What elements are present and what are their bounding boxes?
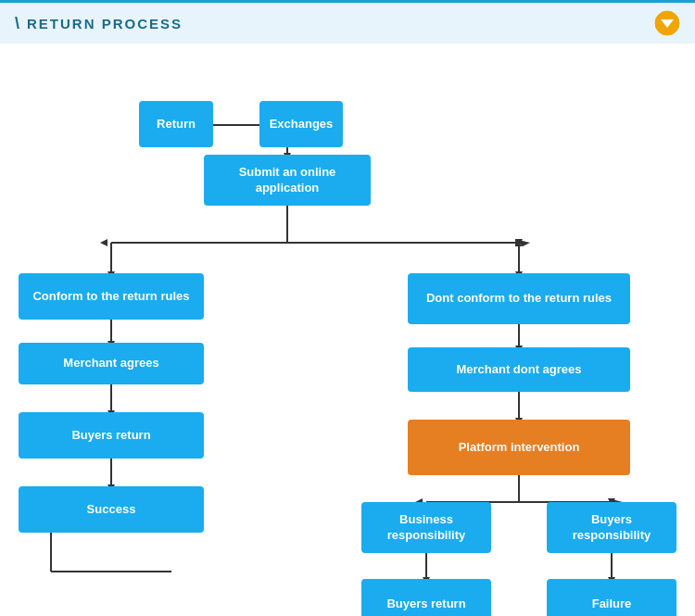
business-resp-box: Business responsibility: [361, 502, 491, 553]
merchant-agrees-box: Merchant agrees: [19, 343, 204, 384]
failure-box: Failure: [547, 579, 676, 616]
svg-marker-10: [515, 239, 530, 246]
chevron-down-icon: [654, 10, 680, 36]
buyers-resp-box: Buyers responsibility: [547, 502, 676, 553]
buyers-return-mid-box: Buyers return: [361, 579, 491, 616]
success-box: Success: [19, 486, 204, 533]
page-header: \ RETURN PROCESS: [0, 0, 695, 44]
diagram-area: Return Exchanges Submit an online applic…: [0, 44, 695, 616]
merchant-dont-box: Merchant dont agrees: [408, 347, 630, 392]
submit-box: Submit an online application: [204, 155, 371, 206]
page-title: RETURN PROCESS: [27, 16, 183, 31]
dont-conform-box: Dont conform to the return rules: [408, 273, 630, 324]
return-box: Return: [139, 101, 213, 147]
conform-box: Conform to the return rules: [19, 273, 204, 320]
exchanges-box: Exchanges: [259, 101, 343, 147]
svg-marker-8: [100, 239, 107, 246]
platform-box: Platform intervention: [408, 420, 630, 475]
buyers-return-left-box: Buyers return: [19, 412, 204, 459]
svg-marker-12: [515, 239, 523, 246]
svg-marker-11: [515, 239, 523, 246]
